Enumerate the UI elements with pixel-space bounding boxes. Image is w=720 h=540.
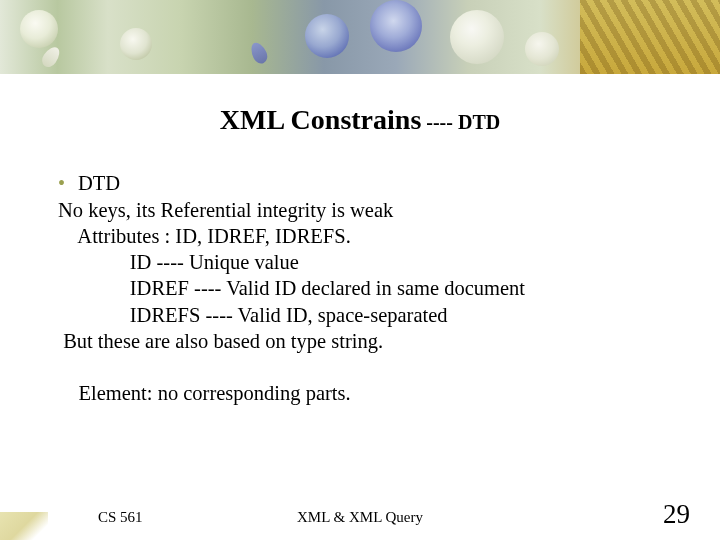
decorative-petal bbox=[248, 40, 270, 66]
body-line: But these are also based on type string. bbox=[58, 328, 525, 354]
slide-footer: CS 561 XML & XML Query 29 bbox=[0, 498, 720, 526]
body-line: IDREF ---- Valid ID declared in same doc… bbox=[58, 275, 525, 301]
title-dashes: ---- bbox=[421, 111, 458, 133]
page-number: 29 bbox=[663, 499, 690, 530]
bullet-row: •DTD bbox=[58, 170, 525, 197]
decorative-flower bbox=[450, 10, 504, 64]
slide-content: XML Constrains ---- DTD •DTD No keys, it… bbox=[0, 74, 720, 540]
title-main: XML Constrains bbox=[220, 104, 421, 135]
footer-center: XML & XML Query bbox=[0, 509, 720, 526]
body-line: Attributes : ID, IDREF, IDREFS. bbox=[58, 223, 525, 249]
decorative-flower bbox=[525, 32, 559, 66]
decorative-petal bbox=[39, 44, 63, 70]
decorative-banner bbox=[0, 0, 720, 74]
decorative-flower bbox=[305, 14, 349, 58]
title-sub: DTD bbox=[458, 111, 500, 133]
slide-body: •DTD No keys, its Referential integrity … bbox=[58, 170, 525, 406]
body-line: No keys, its Referential integrity is we… bbox=[58, 197, 525, 223]
bullet-heading: DTD bbox=[78, 172, 120, 194]
slide-title: XML Constrains ---- DTD bbox=[0, 104, 720, 136]
decorative-flower bbox=[20, 10, 58, 48]
body-line: IDREFS ---- Valid ID, space-separated bbox=[58, 302, 525, 328]
decorative-leaves bbox=[580, 0, 720, 74]
body-line: Element: no corresponding parts. bbox=[58, 380, 525, 406]
body-line: ID ---- Unique value bbox=[58, 249, 525, 275]
decorative-flower bbox=[120, 28, 152, 60]
decorative-flower bbox=[370, 0, 422, 52]
bullet-icon: • bbox=[58, 171, 78, 197]
